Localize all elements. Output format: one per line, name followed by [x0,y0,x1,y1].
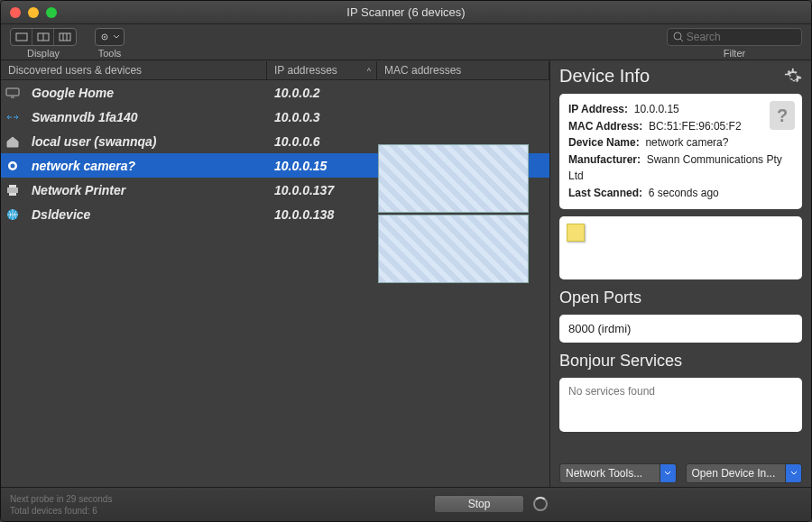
toolbar: Display Tools Filter [1,24,811,60]
svg-rect-15 [9,185,16,188]
app-window: IP Scanner (6 devices) Display Tools Fil [0,0,812,522]
device-type-icon [1,111,24,124]
gear-icon [99,32,110,42]
status-line-2: Total devices found: 6 [10,505,112,517]
device-type-icon [1,159,24,173]
column-headers: Discovered users & devices IP addresses^… [1,60,549,80]
svg-rect-14 [7,188,18,193]
open-device-label: Open Device In... [692,467,776,480]
info-label-ip: IP Address: [568,103,628,115]
device-ip: 10.0.0.15 [267,159,377,173]
chevron-down-icon [785,464,801,482]
search-field[interactable] [667,28,802,46]
svg-point-13 [11,163,15,168]
traffic-lights [1,7,57,18]
col-header-mac[interactable]: MAC addresses [377,61,549,79]
device-rows: Google Home10.0.0.2Swannvdb 1fa14010.0.0… [1,80,549,487]
device-type-icon [1,134,24,149]
device-ip: 10.0.0.137 [267,183,377,197]
device-name: Dsldevice [24,207,267,222]
device-ip: 10.0.0.3 [267,110,377,124]
filter-label: Filter [724,48,745,59]
sort-ascending-icon: ^ [367,67,371,76]
svg-point-8 [674,32,681,40]
network-tools-button[interactable]: Network Tools... [559,463,677,483]
info-value-mac: BC:51:FE:96:05:F2 [649,120,742,133]
info-label-mac: MAC Address: [568,120,642,133]
thumbnail-column [378,144,529,283]
device-name: Google Home [24,86,267,100]
status-bar: Next probe in 29 seconds Total devices f… [1,487,811,521]
open-ports-value: 8000 (irdmi) [568,322,631,335]
stop-button[interactable]: Stop [434,495,524,513]
device-row[interactable]: Google Home10.0.0.2 [1,80,549,105]
device-ip: 10.0.0.6 [267,134,377,149]
col-header-ip[interactable]: IP addresses^ [267,61,377,79]
display-tool-group: Display [10,28,77,59]
info-label-lastscan: Last Scanned: [568,187,642,199]
right-footer-buttons: Network Tools... Open Device In... [559,458,802,483]
chevron-down-icon [113,34,120,40]
tools-tool-group: Tools [95,28,125,59]
status-line-1: Next probe in 29 seconds [10,493,112,505]
spinner-icon [533,497,548,511]
svg-line-9 [680,39,683,41]
chevron-down-icon [660,464,676,482]
search-input[interactable] [687,31,796,43]
device-name: Network Printer [24,183,267,197]
bonjour-text: No services found [568,385,655,398]
main-content: Discovered users & devices IP addresses^… [1,60,811,487]
device-info-header: Device Info [559,66,802,87]
sticky-note-icon [567,224,585,242]
info-value-lastscan: 6 seconds ago [649,187,719,199]
display-segmented-control[interactable] [10,28,77,46]
layout-option-2-icon[interactable] [32,29,54,45]
zoom-window-button[interactable] [46,7,57,18]
device-name: network camera? [24,159,267,173]
device-info-card: ? IP Address: 10.0.0.15 MAC Address: BC:… [559,94,802,209]
search-icon [673,32,683,42]
open-device-button[interactable]: Open Device In... [686,463,803,483]
device-list-panel: Discovered users & devices IP addresses^… [1,60,549,487]
device-info-title: Device Info [559,66,650,87]
notes-card[interactable] [559,216,802,279]
svg-rect-10 [6,88,19,96]
device-row[interactable]: Swannvdb 1fa14010.0.0.3 [1,105,549,129]
device-name: Swannvdb 1fa140 [24,110,267,124]
svg-rect-3 [60,33,70,41]
open-ports-card: 8000 (irdmi) [559,315,802,343]
minimize-window-button[interactable] [28,7,39,18]
status-text: Next probe in 29 seconds Total devices f… [10,493,112,517]
open-ports-heading: Open Ports [559,288,802,307]
bonjour-heading: Bonjour Services [559,352,802,371]
layout-option-1-icon[interactable] [11,29,32,45]
info-label-manufacturer: Manufacturer: [568,153,641,166]
window-title: IP Scanner (6 devices) [1,5,811,19]
preview-thumbnail [378,144,529,213]
layout-option-3-icon[interactable] [54,29,76,45]
search-group: Filter [667,28,802,59]
info-value-name: network camera? [645,136,728,149]
gear-icon[interactable] [784,68,802,86]
device-ip: 10.0.0.2 [267,86,377,100]
device-type-icon [1,207,24,222]
svg-point-7 [104,36,106,38]
tools-label: Tools [98,48,122,59]
info-value-ip: 10.0.0.15 [634,103,679,115]
device-name: local user (swannqa) [24,134,267,149]
device-type-icon [1,87,24,99]
col-header-name[interactable]: Discovered users & devices [1,61,267,79]
close-window-button[interactable] [10,7,21,18]
device-type-icon [1,184,24,197]
network-tools-label: Network Tools... [566,467,642,480]
device-ip: 10.0.0.138 [267,207,377,222]
device-info-panel: Device Info ? IP Address: 10.0.0.15 MAC … [549,60,811,487]
preview-thumbnail [378,215,529,283]
display-label: Display [27,48,60,59]
tools-menu-button[interactable] [95,28,125,46]
unknown-device-icon: ? [770,101,795,130]
svg-rect-16 [9,193,16,196]
info-label-name: Device Name: [568,136,640,149]
titlebar: IP Scanner (6 devices) [1,1,811,24]
bonjour-card: No services found [559,378,802,432]
